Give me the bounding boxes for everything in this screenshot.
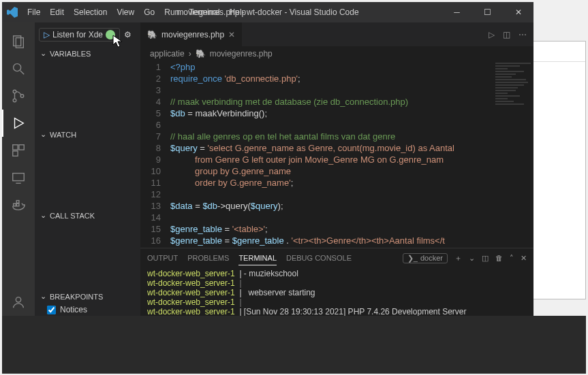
terminal-dropdown-icon[interactable]: ⌄ <box>469 254 475 263</box>
close-panel-icon[interactable]: ✕ <box>521 254 527 263</box>
more-actions-icon[interactable]: ⋯ <box>519 30 527 39</box>
maximize-button[interactable]: ☐ <box>472 2 503 22</box>
explorer-icon[interactable] <box>2 28 35 55</box>
breakpoints-label: BREAKPOINTS <box>50 293 103 301</box>
php-file-icon: 🐘 <box>147 30 157 39</box>
svg-rect-9 <box>13 151 18 156</box>
extensions-icon[interactable] <box>2 137 35 164</box>
menu-selection[interactable]: Selection <box>69 2 112 22</box>
accounts-icon[interactable] <box>2 289 35 316</box>
svg-line-3 <box>20 71 25 75</box>
run-editor-icon[interactable]: ▷ <box>489 30 495 39</box>
breakpoint-item[interactable]: Notices <box>35 304 140 316</box>
panel-tab-terminal[interactable]: TERMINAL <box>238 251 277 265</box>
new-terminal-icon[interactable]: ＋ <box>454 253 462 263</box>
svg-rect-7 <box>13 145 18 150</box>
breakpoint-checkbox[interactable] <box>47 306 56 314</box>
debug-sidebar: ▷ Listen for Xde ⚙ ⌄VARIABLES ⌄WATCH ⌄CA… <box>35 22 140 316</box>
gear-icon[interactable]: ⚙ <box>124 30 131 39</box>
start-debug-icon[interactable]: ▷ <box>44 30 50 39</box>
code-text: ; <box>298 73 300 84</box>
breakpoints-section-header[interactable]: ⌄BREAKPOINTS <box>35 289 140 304</box>
panel-tabs: OUTPUT PROBLEMS TERMINAL DEBUG CONSOLE ❯… <box>140 248 533 267</box>
chevron-down-icon: ⌄ <box>40 130 47 139</box>
breadcrumbs[interactable]: applicatie › 🐘 moviegenres.php <box>140 46 533 61</box>
code-text: . <box>284 235 292 246</box>
svg-point-5 <box>13 99 16 102</box>
watch-section-header[interactable]: ⌄WATCH <box>35 127 140 142</box>
terminal-text: wt-docker-web_server-1 <box>147 269 235 278</box>
terminal-text: wt-docker-web_server-1 <box>147 297 235 307</box>
line-number: 7 <box>140 131 170 142</box>
code-text: = maakVerbinding(); <box>185 108 267 119</box>
menu-go[interactable]: Go <box>139 2 159 22</box>
code-text: $genre_table <box>170 223 222 235</box>
code-text: '<tr><th>Genre</th><th>Aantal films</t <box>291 235 444 246</box>
code-text: 'db_connectie.php' <box>225 73 298 84</box>
breadcrumb-file[interactable]: moviegenres.php <box>210 49 273 59</box>
terminal-text: wt-docker-web_server-1 <box>147 288 235 297</box>
run-debug-icon[interactable] <box>2 110 35 137</box>
svg-point-6 <box>20 95 24 98</box>
php-file-icon: 🐘 <box>196 49 206 59</box>
code-text: 'select G.genre_name as Genre, count(mg.… <box>208 142 454 154</box>
line-number: 4 <box>140 96 170 108</box>
code-text: // maak verbinding met de database (zie … <box>170 96 408 108</box>
minimize-button[interactable]: ─ <box>442 2 472 22</box>
close-button[interactable]: ✕ <box>503 2 533 22</box>
panel-tab-debug-console[interactable]: DEBUG CONSOLE <box>286 251 352 265</box>
menu-view[interactable]: View <box>112 2 139 22</box>
code-text: = <box>198 142 208 154</box>
editor-tab[interactable]: 🐘 moviegenres.php ✕ <box>140 22 242 46</box>
terminal-picker[interactable]: ❯_docker <box>403 253 448 263</box>
code-text: from Genre G left outer join Movie_Genre… <box>170 154 444 165</box>
callstack-section-header[interactable]: ⌄CALL STACK <box>35 208 140 223</box>
close-tab-icon[interactable]: ✕ <box>228 30 235 39</box>
split-terminal-icon[interactable]: ◫ <box>482 254 489 263</box>
breadcrumb-folder[interactable]: applicatie <box>150 49 185 59</box>
kill-terminal-icon[interactable]: 🗑 <box>495 254 503 262</box>
menu-file[interactable]: File <box>22 2 45 22</box>
remote-icon[interactable] <box>2 164 35 191</box>
run-config-label: Listen for Xde <box>52 30 103 39</box>
svg-rect-11 <box>14 203 16 206</box>
svg-point-2 <box>14 64 21 71</box>
line-number: 2 <box>140 73 170 84</box>
code-text: = <box>193 200 203 212</box>
docker-icon[interactable] <box>2 191 35 218</box>
source-control-icon[interactable] <box>2 82 35 110</box>
code-text: <?php <box>170 61 196 73</box>
line-number: 12 <box>140 189 170 200</box>
code-text: ->query( <box>217 200 251 212</box>
split-editor-icon[interactable]: ◫ <box>503 30 510 39</box>
panel-tab-problems[interactable]: PROBLEMS <box>187 251 229 265</box>
callstack-label: CALL STACK <box>50 212 95 220</box>
breakpoint-label: Notices <box>60 305 87 314</box>
chevron-down-icon: ⌄ <box>40 292 47 301</box>
terminal-text: wt-docker-web_server-1 <box>147 278 235 288</box>
panel-tab-output[interactable]: OUTPUT <box>147 251 178 265</box>
maximize-panel-icon[interactable]: ˄ <box>510 254 514 263</box>
breadcrumb-separator: › <box>189 49 191 59</box>
watch-label: WATCH <box>50 131 76 139</box>
terminal-text: wt-docker-web_server-1 <box>147 307 235 316</box>
variables-section-header[interactable]: ⌄VARIABLES <box>35 46 140 61</box>
svg-point-4 <box>13 90 16 93</box>
chevron-down-icon: ⌄ <box>40 49 47 58</box>
svg-rect-8 <box>19 145 24 150</box>
code-editor[interactable]: 1<?php 2require_once 'db_connectie.php';… <box>140 61 533 246</box>
bottom-panel: OUTPUT PROBLEMS TERMINAL DEBUG CONSOLE ❯… <box>140 248 533 316</box>
menu-edit[interactable]: Edit <box>45 2 69 22</box>
terminal-text: | - muziekschool <box>235 269 298 278</box>
line-number: 10 <box>140 165 170 177</box>
code-text: '<table>' <box>232 223 265 235</box>
search-icon[interactable] <box>2 55 35 82</box>
terminal-output[interactable]: wt-docker-web_server-1 | - muziekschool … <box>140 267 533 316</box>
run-config-selector[interactable]: ▷ Listen for Xde <box>39 28 120 42</box>
line-number: 16 <box>140 235 170 246</box>
vscode-window: File Edit Selection View Go Run Terminal… <box>2 2 533 316</box>
line-number: 11 <box>140 177 170 189</box>
minimap[interactable] <box>493 61 533 248</box>
titlebar: File Edit Selection View Go Run Terminal… <box>2 2 533 22</box>
line-number: 9 <box>140 154 170 165</box>
